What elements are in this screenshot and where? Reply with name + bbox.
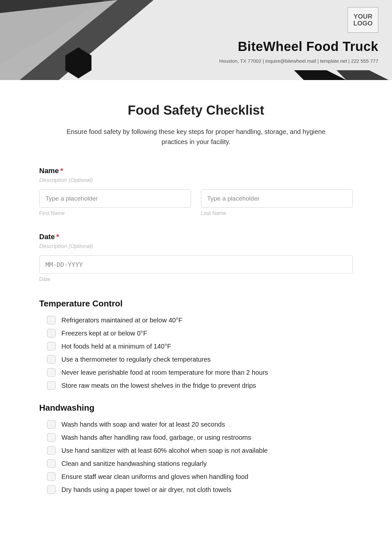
name-required-marker: * bbox=[60, 167, 63, 175]
check-row: Clean and sanitize handwashing stations … bbox=[47, 459, 353, 468]
check-label: Store raw meats on the lowest shelves in… bbox=[61, 381, 256, 390]
company-contact: Houston, TX 77002 | inquire@bitewheel.ma… bbox=[219, 58, 378, 64]
first-name-input[interactable] bbox=[39, 189, 191, 208]
check-label: Wash hands with soap and water for at le… bbox=[61, 420, 225, 429]
logo-placeholder: YOUR LOGO bbox=[348, 7, 378, 33]
date-input[interactable] bbox=[39, 255, 353, 274]
check-label: Ensure staff wear clean uniforms and glo… bbox=[61, 472, 248, 481]
date-required-marker: * bbox=[56, 233, 59, 241]
first-name-sublabel: First Name bbox=[39, 210, 191, 216]
checkbox[interactable] bbox=[47, 381, 56, 390]
check-row: Store raw meats on the lowest shelves in… bbox=[47, 381, 353, 390]
checkbox[interactable] bbox=[47, 316, 56, 324]
checklist-temperature: Refrigerators maintained at or below 40°… bbox=[39, 316, 353, 390]
date-label: Date bbox=[39, 233, 55, 241]
checklist-handwashing: Wash hands with soap and water for at le… bbox=[39, 420, 353, 494]
checkbox[interactable] bbox=[47, 420, 56, 429]
last-name-input[interactable] bbox=[201, 189, 353, 208]
checkbox[interactable] bbox=[47, 433, 56, 442]
check-row: Wash hands with soap and water for at le… bbox=[47, 420, 353, 429]
checkbox[interactable] bbox=[47, 485, 56, 494]
name-description: Description (Optional) bbox=[39, 177, 353, 184]
checkbox[interactable] bbox=[47, 459, 56, 468]
page-description: Ensure food safety by following these ke… bbox=[60, 127, 332, 147]
section-title-handwashing: Handwashing bbox=[39, 403, 353, 413]
checkbox[interactable] bbox=[47, 355, 56, 364]
check-row: Freezers kept at or below 0°F bbox=[47, 329, 353, 337]
check-row: Wash hands after handling raw food, garb… bbox=[47, 433, 353, 442]
checkbox[interactable] bbox=[47, 342, 56, 351]
svg-marker-5 bbox=[336, 70, 389, 80]
check-row: Use a thermometer to regularly check tem… bbox=[47, 355, 353, 364]
check-label: Never leave perishable food at room temp… bbox=[61, 368, 268, 377]
check-row: Ensure staff wear clean uniforms and glo… bbox=[47, 472, 353, 481]
check-row: Refrigerators maintained at or below 40°… bbox=[47, 316, 353, 324]
date-sublabel: Date bbox=[39, 276, 353, 282]
check-label: Clean and sanitize handwashing stations … bbox=[61, 459, 207, 468]
check-label: Refrigerators maintained at or below 40°… bbox=[61, 316, 182, 324]
check-label: Use a thermometer to regularly check tem… bbox=[61, 355, 211, 364]
check-label: Freezers kept at or below 0°F bbox=[61, 329, 147, 337]
check-row: Dry hands using a paper towel or air dry… bbox=[47, 485, 353, 494]
logo-text: YOUR LOGO bbox=[348, 13, 378, 27]
header-banner: YOUR LOGO BiteWheel Food Truck Houston, … bbox=[0, 0, 392, 80]
check-row: Never leave perishable food at room temp… bbox=[47, 368, 353, 377]
check-label: Wash hands after handling raw food, garb… bbox=[61, 433, 251, 442]
section-title-temperature: Temperature Control bbox=[39, 299, 353, 309]
date-field-block: Date * Description (Optional) Date bbox=[39, 233, 353, 282]
page-title: Food Safety Checklist bbox=[39, 103, 353, 118]
check-row: Hot foods held at a minimum of 140°F bbox=[47, 342, 353, 351]
checkbox[interactable] bbox=[47, 472, 56, 481]
name-field-block: Name * Description (Optional) First Name… bbox=[39, 167, 353, 216]
checkbox[interactable] bbox=[47, 329, 56, 337]
check-label: Hot foods held at a minimum of 140°F bbox=[61, 342, 171, 351]
company-name: BiteWheel Food Truck bbox=[238, 39, 378, 54]
date-description: Description (Optional) bbox=[39, 243, 353, 250]
checkbox[interactable] bbox=[47, 446, 56, 455]
check-label: Use hand sanitizer with at least 60% alc… bbox=[61, 446, 268, 455]
checkbox[interactable] bbox=[47, 368, 56, 377]
last-name-sublabel: Last Name bbox=[201, 210, 353, 216]
check-row: Use hand sanitizer with at least 60% alc… bbox=[47, 446, 353, 455]
name-label: Name bbox=[39, 167, 59, 175]
check-label: Dry hands using a paper towel or air dry… bbox=[61, 485, 231, 494]
